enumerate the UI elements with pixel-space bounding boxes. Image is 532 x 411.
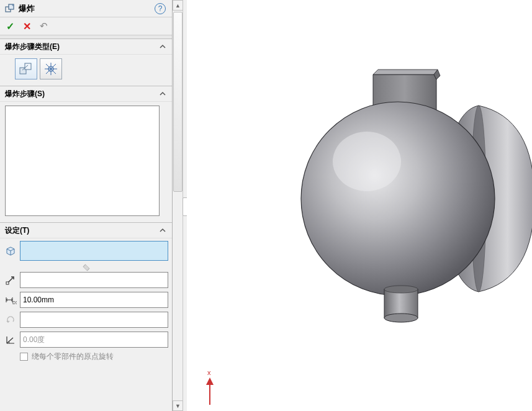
svg-point-2 — [12, 4, 14, 6]
svg-rect-4 — [25, 63, 31, 70]
3d-viewport[interactable]: x — [187, 0, 532, 411]
distance-icon: D1 — [4, 293, 17, 307]
axis-line — [209, 382, 210, 405]
ok-button[interactable]: ✓ — [6, 20, 14, 32]
section-label-type: 爆炸步骤类型(E) — [5, 42, 60, 52]
steps-listbox[interactable] — [5, 106, 160, 216]
rotate-each-checkbox[interactable] — [20, 353, 28, 361]
panel-title-text: 爆炸 — [19, 3, 35, 14]
section-header-settings[interactable]: 设定(T) — [0, 222, 172, 238]
svg-point-13 — [301, 102, 495, 296]
angle-field[interactable] — [20, 332, 168, 348]
chevron-up-icon — [158, 89, 167, 98]
slider-handle-icon[interactable] — [83, 264, 90, 268]
confirm-row: ✓ ✕ ↶ — [0, 17, 172, 35]
help-icon[interactable]: ? — [155, 3, 166, 14]
svg-point-17 — [384, 286, 418, 293]
panel-title-row: 爆炸 ? — [0, 0, 172, 17]
direction-icon — [4, 273, 17, 287]
rotate-each-label: 绕每个零部件的原点旋转 — [32, 351, 114, 362]
svg-point-16 — [384, 314, 418, 322]
angle-icon — [4, 333, 17, 346]
component-field[interactable] — [20, 241, 168, 261]
type-button-row — [0, 55, 172, 86]
rotation-dir-icon — [4, 313, 17, 327]
explode-icon — [4, 2, 16, 15]
section-header-type[interactable]: 爆炸步骤类型(E) — [0, 38, 172, 55]
cancel-button[interactable]: ✕ — [23, 20, 31, 32]
section-label-steps: 爆炸步骤(S) — [5, 89, 45, 99]
scroll-track[interactable] — [173, 11, 183, 400]
chevron-up-icon — [158, 42, 167, 51]
model-render — [187, 0, 532, 411]
section-header-steps[interactable]: 爆炸步骤(S) — [0, 86, 172, 102]
section-label-settings: 设定(T) — [5, 225, 29, 236]
chevron-up-icon — [158, 226, 167, 235]
svg-point-14 — [333, 132, 401, 191]
settings-body: D1 — [0, 238, 172, 411]
distance-field[interactable] — [20, 292, 168, 308]
undo-button[interactable]: ↶ — [40, 20, 48, 32]
svg-rect-10 — [6, 282, 9, 284]
view-axis-triad: x — [203, 370, 222, 407]
rotation-direction-field[interactable] — [20, 312, 168, 328]
direction-field[interactable] — [20, 272, 168, 288]
svg-text:D1: D1 — [12, 300, 17, 305]
component-icon — [4, 244, 17, 258]
panel-scrollbar[interactable]: ▲ ▼ — [173, 0, 183, 411]
scroll-thumb[interactable] — [173, 12, 183, 192]
axis-label-x: x — [207, 369, 211, 376]
rotate-each-row[interactable]: 绕每个零部件的原点旋转 — [4, 351, 168, 362]
property-panel: 爆炸 ? ✓ ✕ ↶ 爆炸步骤类型(E) — [0, 0, 173, 411]
type-linear-button[interactable] — [15, 58, 37, 79]
scroll-down-icon[interactable]: ▼ — [173, 400, 183, 411]
scroll-up-icon[interactable]: ▲ — [173, 0, 183, 11]
type-radial-button[interactable] — [40, 58, 62, 79]
